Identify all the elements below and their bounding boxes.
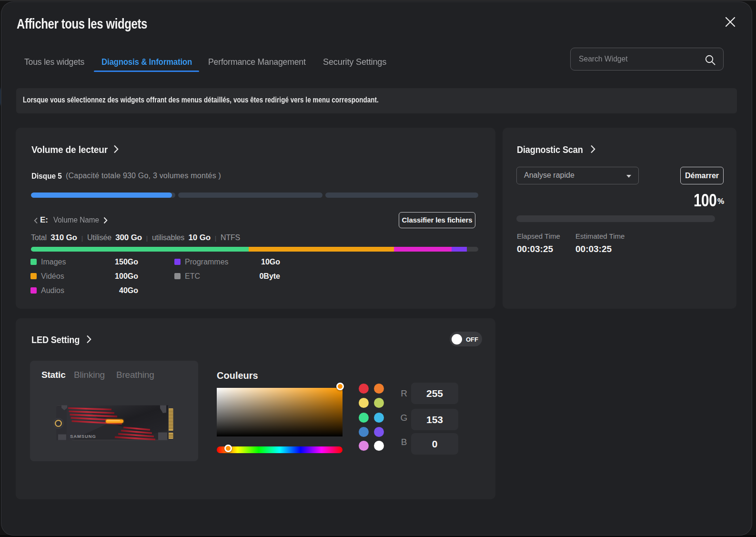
svg-text:SAMSUNG: SAMSUNG	[70, 434, 96, 439]
